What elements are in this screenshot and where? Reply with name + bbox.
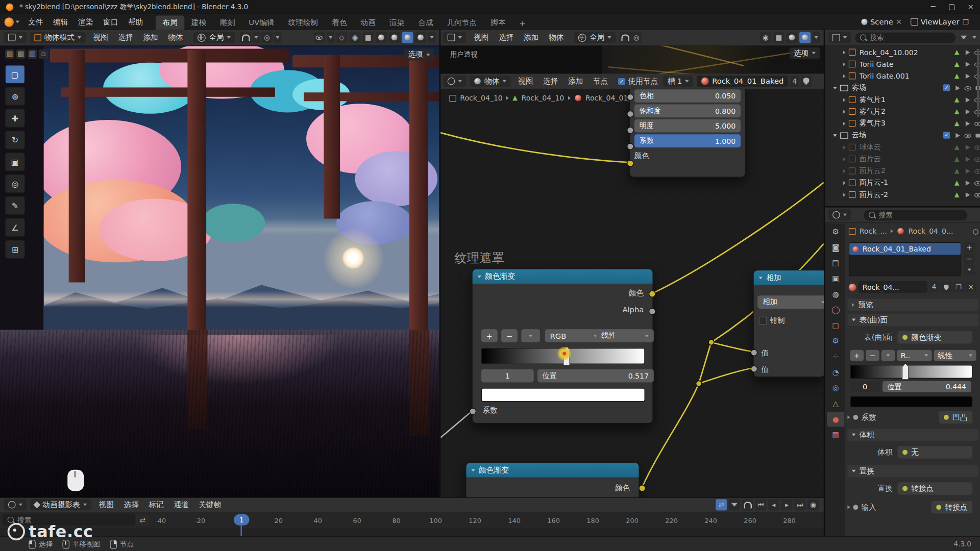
viewport2-menu-item[interactable]: 选择: [494, 31, 519, 44]
hsv-input-slider[interactable]: 饱和度0.800: [634, 104, 741, 117]
ramp-specials-dropdown[interactable]: [881, 350, 895, 361]
outliner-item[interactable]: 面片云-1: [825, 177, 980, 189]
toggle-xray-icon[interactable]: ▦: [362, 32, 374, 43]
add-node-header[interactable]: 相加: [754, 270, 824, 285]
outliner-options-dropdown[interactable]: [969, 32, 980, 43]
expand-chevron-icon[interactable]: [843, 169, 846, 172]
selectable-icon[interactable]: [963, 107, 972, 116]
expand-chevron-icon[interactable]: [843, 121, 846, 125]
scrollbar[interactable]: [977, 49, 979, 118]
selectable-icon[interactable]: [963, 60, 972, 68]
outliner-search-input[interactable]: 搜索: [855, 32, 955, 43]
outliner-item[interactable]: 雾气片1: [825, 94, 980, 106]
outliner-item[interactable]: 雾气片3: [825, 117, 980, 129]
editor-type-button[interactable]: [443, 76, 466, 87]
material-users-count[interactable]: 4: [929, 282, 939, 292]
outliner-item[interactable]: 面片云: [825, 153, 980, 165]
material-selector[interactable]: Rock_04_01_Baked: [697, 76, 788, 87]
hide-viewport-icon[interactable]: [974, 190, 980, 199]
topbar-menu-item[interactable]: 文件: [23, 15, 48, 29]
timeline-ruler[interactable]: 搜索 ⇄ -40-2020406080100120140160180200220…: [0, 512, 824, 529]
selectable-icon[interactable]: [963, 119, 972, 128]
outliner-item[interactable]: 雾气片2: [825, 106, 980, 117]
shading-solid-icon[interactable]: [786, 32, 797, 43]
props-tab-constraints[interactable]: ◎: [827, 381, 844, 395]
socket-ramp-color-out[interactable]: [649, 290, 655, 297]
dopesheet-mode-dropdown[interactable]: 动画摄影表: [30, 499, 91, 510]
jump-end-icon[interactable]: ⏭: [794, 499, 805, 510]
ramp-interpolation-dropdown[interactable]: 线性: [934, 350, 976, 361]
viewport2-menu-item[interactable]: 添加: [519, 31, 544, 44]
collection-checkbox[interactable]: ✓: [943, 132, 950, 138]
props-tab-scene[interactable]: ◍: [827, 287, 844, 302]
shading-material-icon[interactable]: [799, 32, 811, 43]
ramp-position-slider[interactable]: 位置0.444: [883, 381, 971, 392]
expand-chevron-icon[interactable]: [843, 51, 846, 54]
shading-material-icon[interactable]: [402, 32, 413, 43]
selectable-icon[interactable]: [963, 48, 972, 57]
props-tab-object-data[interactable]: △: [827, 396, 844, 411]
selectable-icon[interactable]: [953, 131, 962, 140]
grid-toggle-icon[interactable]: ▥: [28, 49, 37, 59]
topbar-menu-item[interactable]: 渲染: [73, 15, 98, 29]
shader-type-dropdown[interactable]: 物体: [470, 76, 511, 87]
editor-divider[interactable]: [824, 30, 825, 536]
workspace-tab[interactable]: 渲染: [382, 16, 411, 30]
mode-dropdown[interactable]: 物体模式: [30, 32, 86, 43]
shading-wireframe-icon[interactable]: [376, 32, 387, 43]
shader-menu-item[interactable]: 添加: [563, 74, 588, 88]
hide-viewport-icon[interactable]: [974, 166, 980, 175]
grid-toggle-icon[interactable]: ▫: [39, 49, 48, 59]
tool-scale-icon[interactable]: ▣: [5, 153, 25, 171]
show-gizmo-icon[interactable]: ◇: [336, 32, 348, 43]
fake-user-shield-icon[interactable]: [800, 76, 812, 87]
outliner-item[interactable]: 雾场✓: [825, 82, 980, 93]
collection-checkbox[interactable]: ✓: [943, 84, 950, 91]
view-object-types-icon[interactable]: [314, 32, 325, 43]
ramp-add-stop-button[interactable]: +: [850, 350, 864, 361]
factor-link-button[interactable]: 凹凸: [939, 411, 972, 423]
editor-divider[interactable]: [439, 30, 440, 497]
viewport2-options-dropdown[interactable]: 选项: [790, 47, 820, 59]
timeline-menu-item[interactable]: 标记: [144, 498, 169, 512]
slot-specials-dropdown[interactable]: [964, 265, 975, 275]
filter-icon[interactable]: [729, 499, 740, 510]
tool-move-icon[interactable]: ✚: [5, 109, 25, 128]
socket-hue[interactable]: [627, 94, 633, 101]
ramp-stop-index-field[interactable]: 0: [850, 381, 880, 392]
hide-viewport-icon[interactable]: [974, 179, 980, 187]
copy-icon[interactable]: ❐: [962, 16, 969, 28]
input-link-button[interactable]: 转接点: [931, 501, 972, 513]
duplicate-icon[interactable]: ❐: [953, 282, 964, 292]
workspace-tab[interactable]: UV编辑: [242, 16, 281, 30]
hsv-input-factor[interactable]: 系数1.000: [634, 134, 741, 147]
editor-divider[interactable]: [0, 497, 824, 498]
filter-icon[interactable]: [958, 32, 969, 43]
proportional-dropdown[interactable]: [274, 32, 281, 43]
snap-dropdown[interactable]: [253, 32, 260, 43]
ramp-specials-dropdown[interactable]: [521, 329, 540, 342]
props-tab-output[interactable]: ▤: [827, 256, 844, 270]
viewport-menu-item[interactable]: 选择: [113, 31, 138, 44]
expand-chevron-icon[interactable]: [833, 134, 837, 137]
add-slot-button[interactable]: +: [964, 242, 975, 253]
ramp-colormode-dropdown[interactable]: R..: [897, 350, 932, 361]
props-tab-tool[interactable]: ⚙: [827, 224, 844, 239]
shading-solid-icon[interactable]: [389, 32, 400, 43]
sync-icon[interactable]: ⇄: [716, 499, 727, 510]
transform-orientation-dropdown[interactable]: 全局: [574, 32, 616, 43]
colorramp-node-2[interactable]: 颜色渐变 颜色: [465, 462, 639, 497]
show-overlays-icon[interactable]: ◉: [760, 32, 771, 43]
surface-shader-button[interactable]: 颜色渐变: [897, 331, 972, 343]
selectable-icon[interactable]: [963, 143, 972, 152]
editor-type-button[interactable]: [4, 32, 27, 43]
viewport-3d[interactable]: 物体模式 视图选择添加物体 全局 ◎ ◇ ◉ ▦: [0, 30, 439, 497]
socket-ramp2-color-out[interactable]: [639, 485, 645, 491]
toggle-xray-icon[interactable]: ▦: [773, 32, 785, 43]
expand-chevron-icon[interactable]: [843, 181, 846, 184]
material-slot-list[interactable]: Rock_04_01_Baked: [849, 242, 961, 276]
outliner-item[interactable]: 云场✓: [825, 129, 980, 141]
expand-channels-icon[interactable]: ⇄: [136, 515, 149, 525]
colorramp2-node-header[interactable]: 颜色渐变: [466, 463, 639, 477]
workspace-tab[interactable]: 纹理绘制: [281, 16, 325, 30]
